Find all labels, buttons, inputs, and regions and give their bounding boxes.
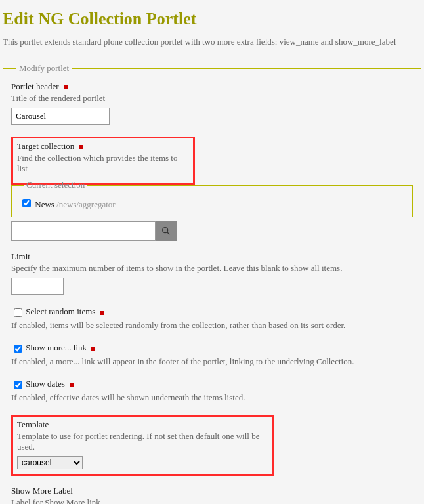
page-title: Edit NG Collection Portlet (3, 9, 421, 29)
show-more-label-label: Show More Label (11, 486, 73, 496)
random-label: Select random items (26, 306, 95, 317)
fieldset-legend: Modify portlet (16, 63, 72, 74)
search-icon (161, 226, 171, 236)
modify-portlet-fieldset: Modify portlet Portlet header Title of t… (3, 63, 421, 504)
field-show-more: Show more... link If enabled, a more... … (11, 343, 413, 367)
show-more-label-help: Label for Show More link (11, 497, 413, 504)
target-collection-label: Target collection (17, 141, 74, 152)
required-icon (100, 311, 104, 315)
random-checkbox[interactable] (14, 308, 22, 317)
svg-point-0 (163, 228, 168, 233)
current-selection-fieldset: Current selection News /news/aggregator (11, 180, 413, 217)
show-more-help: If enabled, a more... link will appear i… (11, 356, 413, 367)
selection-name: News (35, 200, 54, 209)
selection-item: News /news/aggregator (20, 197, 404, 210)
field-random: Select random items If enabled, items wi… (11, 306, 413, 331)
page-intro: This portlet extends standard plone coll… (3, 37, 421, 47)
target-collection-highlight: Target collection Find the collection wh… (11, 136, 195, 185)
show-more-checkbox[interactable] (14, 345, 22, 353)
show-dates-checkbox[interactable] (14, 381, 22, 389)
required-icon (79, 145, 83, 149)
search-button[interactable] (156, 221, 177, 241)
limit-help: Specify the maximum number of items to s… (11, 263, 413, 274)
selection-path: /news/aggregator (56, 200, 116, 209)
svg-line-1 (167, 232, 169, 234)
show-dates-help: If enabled, effective dates will be show… (11, 392, 413, 403)
search-row (11, 221, 413, 241)
random-help: If enabled, items will be selected rando… (11, 320, 413, 331)
template-label: Template (17, 419, 49, 430)
template-highlight: Template Template to use for portlet ren… (11, 415, 274, 476)
search-input[interactable] (11, 221, 156, 241)
template-help: Template to use for portlet rendering. I… (17, 431, 268, 452)
show-more-label: Show more... link (26, 343, 87, 353)
field-portlet-header: Portlet header Title of the rendered por… (11, 81, 413, 125)
required-icon (64, 85, 68, 89)
selection-checkbox[interactable] (22, 199, 31, 207)
required-icon (91, 347, 95, 351)
portlet-header-input[interactable] (11, 108, 110, 125)
field-show-more-label: Show More Label Label for Show More link (11, 486, 413, 504)
field-show-dates: Show dates If enabled, effective dates w… (11, 379, 413, 403)
template-select[interactable]: carousel (17, 456, 83, 469)
target-collection-help: Find the collection which provides the i… (17, 153, 189, 174)
portlet-header-help: Title of the rendered portlet (11, 93, 413, 104)
required-icon (70, 383, 74, 387)
current-selection-legend: Current selection (24, 180, 87, 190)
portlet-header-label: Portlet header (11, 81, 59, 92)
show-dates-label: Show dates (26, 379, 65, 389)
limit-label: Limit (11, 251, 30, 262)
field-limit: Limit Specify the maximum number of item… (11, 251, 413, 295)
limit-input[interactable] (11, 278, 64, 295)
